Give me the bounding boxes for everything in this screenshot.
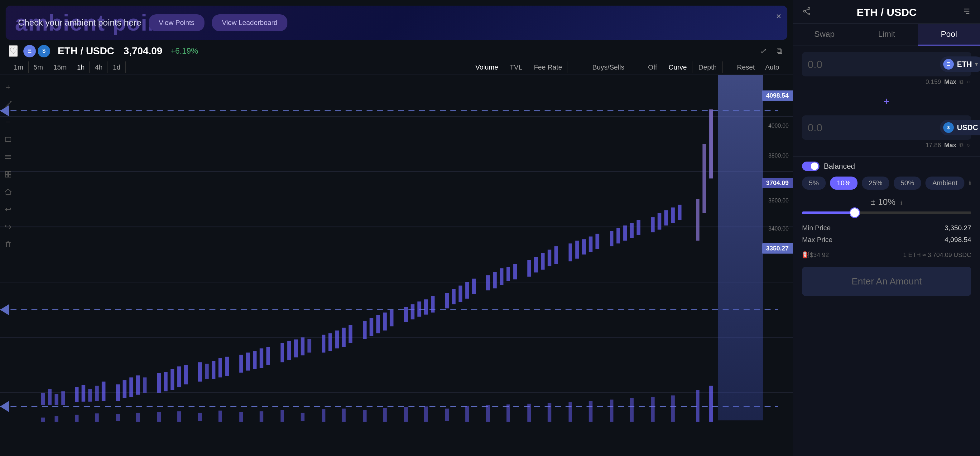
max-price-value: 4,098.54 <box>945 236 971 244</box>
svg-rect-36 <box>116 384 120 401</box>
svg-rect-134 <box>548 403 551 422</box>
svg-rect-111 <box>75 415 78 422</box>
svg-rect-115 <box>157 412 161 422</box>
svg-rect-121 <box>280 410 284 422</box>
percent-row: 5% 10% 25% 50% Ambient ℹ <box>793 174 980 194</box>
svg-line-147 <box>805 12 808 14</box>
favorite-icon[interactable]: ♡ <box>9 45 18 57</box>
token1-selector[interactable]: Ξ ETH ▾ <box>940 56 980 72</box>
price-label-3600: 3600.00 <box>764 196 793 205</box>
svg-rect-27 <box>41 393 45 405</box>
view-leaderboard-button[interactable]: View Leaderboard <box>212 14 287 31</box>
svg-rect-39 <box>136 376 140 395</box>
buys-sells-toggle[interactable]: Buys/Sells <box>587 61 630 73</box>
token2-circle-btn[interactable]: ○ <box>967 142 970 148</box>
share-icon[interactable] <box>803 7 811 18</box>
pct-5-button[interactable]: 5% <box>802 177 826 190</box>
token1-balance-row: 0.159 Max ⧉ ○ <box>802 78 971 86</box>
time-4h[interactable]: 4h <box>90 61 108 73</box>
crosshair-icon[interactable]: + <box>2 81 14 93</box>
ocd-curve[interactable]: Curve <box>663 61 693 73</box>
svg-rect-84 <box>506 267 510 281</box>
token2-amount-input[interactable] <box>808 122 940 134</box>
time-15m[interactable]: 15m <box>48 61 72 73</box>
max-price-label: Max Price <box>802 236 832 244</box>
ocd-off[interactable]: Off <box>643 61 663 73</box>
copy-link-icon[interactable]: ⧉ <box>775 44 784 58</box>
range-slider[interactable] <box>802 212 971 214</box>
banner-close-button[interactable]: × <box>776 11 781 21</box>
svg-rect-51 <box>239 355 243 373</box>
token1-symbol: ETH <box>957 60 972 69</box>
banner-title: Check your ambient points here <box>18 18 141 28</box>
svg-rect-89 <box>548 250 551 266</box>
token2-copy-icon[interactable]: ⧉ <box>959 142 964 148</box>
svg-rect-120 <box>260 411 263 422</box>
balanced-toggle[interactable] <box>802 161 819 171</box>
eth-icon: Ξ <box>943 59 954 70</box>
svg-rect-131 <box>486 405 490 422</box>
draw-icon[interactable] <box>2 99 14 110</box>
time-1h[interactable]: 1h <box>72 61 90 73</box>
reset-btn[interactable]: Reset <box>732 61 760 73</box>
token1-copy-icon[interactable]: ⧉ <box>959 78 964 85</box>
token1-max-button[interactable]: Max <box>944 78 956 86</box>
svg-rect-81 <box>486 275 490 290</box>
svg-rect-83 <box>500 268 503 285</box>
token1-amount-input[interactable] <box>808 58 940 70</box>
pct-25-button[interactable]: 25% <box>862 177 889 190</box>
svg-rect-53 <box>253 351 256 369</box>
trash-icon[interactable] <box>2 238 14 250</box>
pct-ambient-button[interactable]: Ambient <box>926 177 964 190</box>
svg-rect-132 <box>506 405 510 422</box>
expand-icon[interactable]: ⤢ <box>758 44 769 58</box>
price-label-3800: 3800.00 <box>764 151 793 160</box>
svg-rect-97 <box>617 228 620 244</box>
svg-rect-79 <box>465 282 469 299</box>
tab-swap[interactable]: Swap <box>793 24 856 46</box>
range-slider-thumb[interactable] <box>850 207 860 218</box>
rectangle-icon[interactable] <box>2 134 14 145</box>
time-5m[interactable]: 5m <box>29 61 49 73</box>
chart-type-feerate[interactable]: Fee Rate <box>528 61 568 73</box>
view-points-button[interactable]: View Points <box>149 14 204 31</box>
svg-rect-104 <box>671 207 675 223</box>
time-1d[interactable]: 1d <box>108 61 126 73</box>
token2-selector[interactable]: $ USDC ▾ <box>940 120 980 136</box>
svg-rect-103 <box>664 210 668 225</box>
svg-rect-49 <box>218 358 222 378</box>
time-1m[interactable]: 1m <box>9 61 29 73</box>
balanced-label: Balanced <box>824 162 855 171</box>
token1-input-row: Ξ ETH ▾ <box>802 52 971 77</box>
svg-rect-11 <box>6 243 10 247</box>
pct-50-button[interactable]: 50% <box>894 177 921 190</box>
ocd-depth[interactable]: Depth <box>693 61 723 73</box>
svg-rect-61 <box>322 335 325 353</box>
menu-icon[interactable] <box>963 7 970 18</box>
token1-circle-btn[interactable]: ○ <box>967 78 970 85</box>
tab-limit[interactable]: Limit <box>856 24 918 46</box>
token2-max-button[interactable]: Max <box>944 142 956 149</box>
minus-icon[interactable]: − <box>2 116 14 128</box>
home-icon[interactable] <box>2 186 14 198</box>
lines-icon[interactable] <box>2 151 14 163</box>
svg-rect-45 <box>184 365 188 384</box>
svg-rect-137 <box>610 400 613 422</box>
tab-pool[interactable]: Pool <box>918 24 980 46</box>
min-price-row: Min Price 3,350.27 <box>793 222 980 234</box>
grid-icon[interactable] <box>2 168 14 180</box>
chart-type-volume[interactable]: Volume <box>470 61 504 73</box>
chart-type-tvl[interactable]: TVL <box>504 61 528 73</box>
svg-rect-76 <box>445 293 449 308</box>
range-info-icon[interactable]: ℹ <box>900 200 902 206</box>
svg-rect-43 <box>170 369 174 390</box>
pct-10-button[interactable]: 10% <box>830 177 858 190</box>
svg-rect-40 <box>143 378 146 393</box>
svg-rect-58 <box>294 340 298 357</box>
undo-icon[interactable]: ↩ <box>2 203 14 215</box>
redo-icon[interactable]: ↪ <box>2 221 14 233</box>
enter-amount-button[interactable]: Enter An Amount <box>802 267 971 296</box>
info-icon[interactable]: ℹ <box>969 179 971 187</box>
auto-btn[interactable]: Auto <box>760 61 784 73</box>
svg-rect-101 <box>651 217 655 232</box>
